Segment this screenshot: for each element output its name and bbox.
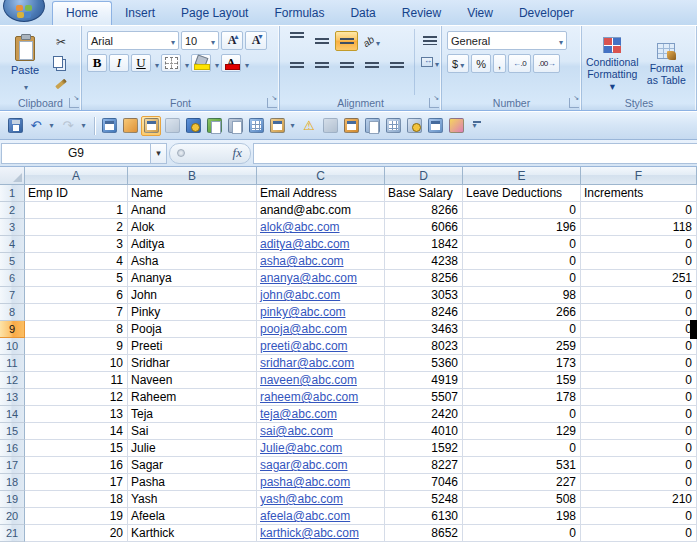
align-right-button[interactable] — [335, 55, 358, 75]
email-link[interactable]: pinky@abc.com — [260, 305, 346, 319]
cell-F12[interactable]: 0 — [581, 372, 697, 389]
cell-A18[interactable]: 17 — [25, 474, 128, 491]
paste-dropdown-icon[interactable] — [22, 76, 28, 94]
percent-button[interactable]: % — [471, 54, 491, 73]
cell-C9[interactable]: pooja@abc.com — [257, 321, 385, 338]
cell-C5[interactable]: asha@abc.com — [257, 253, 385, 270]
row-header-5[interactable]: 5 — [0, 253, 25, 270]
cell-D7[interactable]: 3053 — [385, 287, 463, 304]
cell-A7[interactable]: 6 — [25, 287, 128, 304]
row-header-20[interactable]: 20 — [0, 508, 25, 525]
cell-E5[interactable]: 0 — [463, 253, 581, 270]
cell-B12[interactable]: Naveen — [128, 372, 257, 389]
dialog-launcher-font[interactable] — [267, 98, 277, 108]
tab-home[interactable]: Home — [52, 1, 112, 25]
cell-E17[interactable]: 531 — [463, 457, 581, 474]
cell-B6[interactable]: Ananya — [128, 270, 257, 287]
cell-D14[interactable]: 2420 — [385, 406, 463, 423]
warning-button[interactable]: ⚠ — [299, 116, 319, 136]
email-link[interactable]: sai@abc.com — [260, 424, 333, 438]
grow-font-button[interactable]: A▲ — [221, 31, 243, 50]
accounting-format-button[interactable]: $ — [447, 54, 469, 73]
cell-B15[interactable]: Sai — [128, 423, 257, 440]
cell-F11[interactable]: 0 — [581, 355, 697, 372]
save-button[interactable] — [5, 116, 25, 136]
dialog-launcher-clipboard[interactable] — [69, 98, 79, 108]
cell-B5[interactable]: Asha — [128, 253, 257, 270]
cell-A1[interactable]: Emp ID — [25, 185, 128, 202]
cell-B13[interactable]: Raheem — [128, 389, 257, 406]
cell-A17[interactable]: 16 — [25, 457, 128, 474]
cell-E8[interactable]: 266 — [463, 304, 581, 321]
borders-button[interactable] — [161, 54, 181, 72]
cell-C18[interactable]: pasha@abc.com — [257, 474, 385, 491]
cell-F9[interactable]: 0 — [581, 321, 697, 338]
cell-E6[interactable]: 0 — [463, 270, 581, 287]
cell-B18[interactable]: Pasha — [128, 474, 257, 491]
cell-D18[interactable]: 7046 — [385, 474, 463, 491]
dialog-launcher-number[interactable] — [569, 98, 579, 108]
macro-tools-button[interactable] — [267, 116, 287, 136]
toolbar-overflow-button[interactable] — [467, 116, 487, 136]
font-color-button[interactable]: A — [221, 54, 241, 72]
search-comment-button[interactable] — [404, 116, 424, 136]
cell-B21[interactable]: Karthick — [128, 525, 257, 542]
cell-D3[interactable]: 6066 — [385, 219, 463, 236]
decrease-decimal-button[interactable]: .00→ — [533, 54, 560, 73]
cell-A3[interactable]: 2 — [25, 219, 128, 236]
comma-button[interactable]: , — [493, 54, 506, 73]
cell-D9[interactable]: 3463 — [385, 321, 463, 338]
cell-C3[interactable]: alok@abc.com — [257, 219, 385, 236]
format-painter-button[interactable] — [51, 75, 71, 93]
page-settings-button[interactable] — [225, 116, 245, 136]
cell-D8[interactable]: 8246 — [385, 304, 463, 321]
undo-dropdown-icon[interactable] — [47, 116, 56, 136]
conditional-formatting-button[interactable]: Conditional Formatting ▾ — [585, 29, 640, 95]
cell-B8[interactable]: Pinky — [128, 304, 257, 321]
cell-C19[interactable]: yash@abc.com — [257, 491, 385, 508]
tab-view[interactable]: View — [454, 2, 506, 25]
cell-A5[interactable]: 4 — [25, 253, 128, 270]
refresh-table-button[interactable] — [246, 116, 266, 136]
cell-A13[interactable]: 12 — [25, 389, 128, 406]
row-header-4[interactable]: 4 — [0, 236, 25, 253]
font-color-dropdown-icon[interactable] — [243, 54, 249, 72]
email-link[interactable]: Julie@abc.com — [260, 441, 342, 455]
cell-F17[interactable]: 0 — [581, 457, 697, 474]
email-link[interactable]: pasha@abc.com — [260, 475, 350, 489]
borders-dropdown-icon[interactable] — [183, 54, 189, 72]
cell-D1[interactable]: Base Salary — [385, 185, 463, 202]
cell-D11[interactable]: 5360 — [385, 355, 463, 372]
row-header-19[interactable]: 19 — [0, 491, 25, 508]
cell-F21[interactable]: 0 — [581, 525, 697, 542]
cell-A19[interactable]: 18 — [25, 491, 128, 508]
email-link[interactable]: afeela@abc.com — [260, 509, 350, 523]
email-link[interactable]: sridhar@abc.com — [260, 356, 354, 370]
cell-D2[interactable]: 8266 — [385, 202, 463, 219]
cell-F7[interactable]: 0 — [581, 287, 697, 304]
cell-E15[interactable]: 129 — [463, 423, 581, 440]
row-header-11[interactable]: 11 — [0, 355, 25, 372]
dialog-launcher-alignment[interactable] — [429, 98, 439, 108]
font-size-combo[interactable]: 10 — [181, 31, 219, 50]
cell-D20[interactable]: 6130 — [385, 508, 463, 525]
row-header-17[interactable]: 17 — [0, 457, 25, 474]
cell-B9[interactable]: Pooja — [128, 321, 257, 338]
cell-B1[interactable]: Name — [128, 185, 257, 202]
cell-A12[interactable]: 11 — [25, 372, 128, 389]
row-header-6[interactable]: 6 — [0, 270, 25, 287]
shrink-font-button[interactable]: A▼ — [245, 31, 267, 50]
insert-function-button[interactable]: fx — [233, 145, 242, 161]
cell-C1[interactable]: Email Address — [257, 185, 385, 202]
code-gear-button[interactable] — [183, 116, 203, 136]
format-as-table-button[interactable]: Format as Table — [640, 29, 693, 95]
email-link[interactable]: yash@abc.com — [260, 492, 343, 506]
cell-F4[interactable]: 0 — [581, 236, 697, 253]
email-link[interactable]: pooja@abc.com — [260, 322, 347, 336]
cell-C6[interactable]: ananya@abc.com — [257, 270, 385, 287]
number-format-combo[interactable]: General — [447, 31, 567, 50]
cell-A9[interactable]: 8 — [25, 321, 128, 338]
office-button[interactable] — [3, 0, 45, 22]
fill-color-button[interactable] — [191, 54, 211, 72]
cell-A15[interactable]: 14 — [25, 423, 128, 440]
